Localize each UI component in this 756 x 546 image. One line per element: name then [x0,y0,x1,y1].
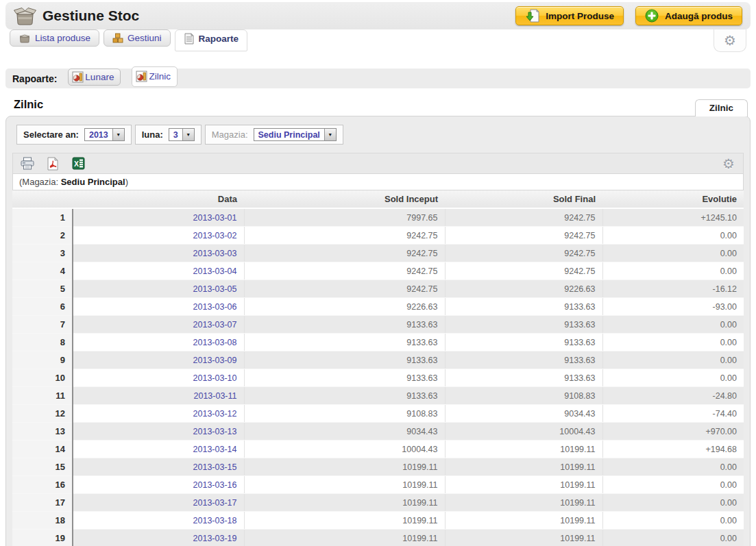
sold-final-cell: 9133.63 [445,369,602,387]
sold-inceput-cell: 9133.63 [244,387,445,405]
table-caption: (Magazia: Sediu Principal) [12,173,744,190]
evolutie-cell: 0.00 [602,245,744,262]
evolutie-cell: 0.00 [602,369,744,387]
daily-report-table: Data Sold Inceput Sold Final Evolutie 12… [12,190,744,546]
sold-final-cell: 10199.11 [445,440,602,458]
table-settings-gear[interactable]: ⚙ [720,156,737,171]
date-cell: 2013-03-14 [73,440,244,458]
sold-inceput-cell: 10199.11 [244,458,445,476]
col-header-empty [12,190,73,208]
sold-inceput-cell: 7997.65 [244,208,445,227]
row-number: 6 [12,298,73,316]
page: Gestiune Stoc Import Produse [0,0,756,546]
sold-final-cell: 9242.75 [445,245,602,262]
pdf-icon[interactable] [45,156,61,171]
date-cell: 2013-03-07 [73,316,244,334]
tab-label: Gestiuni [127,33,162,43]
import-produse-button[interactable]: Import Produse [515,6,624,25]
sold-inceput-cell: 10199.11 [244,476,445,494]
sold-inceput-cell: 9108.83 [244,405,445,423]
date-link[interactable]: 2013-03-14 [193,445,237,454]
filter-month: luna: 3 ▼ [135,125,202,145]
section-title: Zilnic [14,98,43,111]
table-row: 62013-03-069226.639133.63-93.00 [12,298,744,316]
sold-inceput-cell: 10199.11 [244,530,445,546]
main-tabs: Lista produse Gestiuni [5,29,751,55]
year-select[interactable]: 2013 ▼ [84,128,125,141]
date-link[interactable]: 2013-03-13 [193,427,237,436]
table-row: 182013-03-1810199.1110199.110.00 [12,512,744,530]
sold-final-cell: 9108.83 [445,387,602,405]
evolutie-cell: 0.00 [602,262,744,280]
date-cell: 2013-03-10 [73,369,244,387]
date-link[interactable]: 2013-03-02 [193,231,237,240]
table-row: 152013-03-1510199.1110199.110.00 [12,458,744,476]
date-link[interactable]: 2013-03-03 [193,249,237,258]
tab-rapoarte[interactable]: Rapoarte [175,29,248,51]
date-link[interactable]: 2013-03-08 [193,338,237,347]
evolutie-cell: +970.00 [602,423,744,440]
evolutie-cell: -24.80 [602,387,744,405]
app-header: Gestiune Stoc Import Produse [5,2,751,29]
date-cell: 2013-03-15 [73,458,244,476]
date-cell: 2013-03-08 [73,334,244,351]
date-link[interactable]: 2013-03-10 [193,373,237,383]
box-icon [19,33,31,43]
date-cell: 2013-03-12 [73,405,244,423]
sold-final-cell: 10199.11 [445,494,602,512]
sold-final-cell: 10199.11 [445,458,602,476]
col-header-sold-final: Sold Final [445,190,602,208]
subtab-zilnic[interactable]: Zilnic [132,66,178,87]
store-select-value: Sediu Principal [254,129,324,140]
date-link[interactable]: 2013-03-01 [193,213,237,223]
date-link[interactable]: 2013-03-12 [193,409,237,419]
chart-report-icon [72,71,84,83]
svg-text:X: X [74,160,79,168]
adauga-produs-button[interactable]: Adaugă produs [635,6,742,25]
zilnic-corner-tab[interactable]: Zilnic [695,99,748,116]
header-buttons: Import Produse Adaugă produs [515,6,742,25]
excel-icon[interactable]: X [70,156,86,171]
table-row: 172013-03-1710199.1110199.110.00 [12,494,744,512]
settings-tab[interactable]: ⚙ [714,29,746,52]
sold-inceput-cell: 10199.11 [244,494,445,512]
import-produse-label: Import Produse [546,11,614,21]
evolutie-cell: -74.40 [602,405,744,423]
tab-lista-produse[interactable]: Lista produse [10,29,99,47]
date-link[interactable]: 2013-03-09 [193,356,237,365]
year-select-value: 2013 [85,129,112,140]
date-link[interactable]: 2013-03-07 [193,320,237,330]
report-icon [184,33,195,45]
chevron-down-icon: ▼ [182,129,194,140]
date-link[interactable]: 2013-03-15 [193,462,237,472]
date-link[interactable]: 2013-03-16 [193,480,237,490]
sold-final-cell: 10199.11 [445,476,602,494]
date-link[interactable]: 2013-03-05 [193,284,237,294]
table-row: 132013-03-139034.4310004.43+970.00 [12,423,744,440]
sold-inceput-cell: 9242.75 [244,245,445,262]
subtab-lunare[interactable]: Lunare [68,69,121,86]
date-link[interactable]: 2013-03-18 [193,516,237,525]
date-cell: 2013-03-04 [73,262,244,280]
row-number: 8 [12,334,73,351]
date-link[interactable]: 2013-03-19 [193,534,237,543]
page-title: Gestiune Stoc [42,8,139,24]
store-select[interactable]: Sediu Principal ▼ [254,128,337,141]
date-cell: 2013-03-18 [73,512,244,530]
tab-gestiuni[interactable]: Gestiuni [103,29,171,47]
date-link[interactable]: 2013-03-06 [193,302,237,312]
date-link[interactable]: 2013-03-17 [193,498,237,508]
print-icon[interactable] [19,156,36,171]
evolutie-cell: 0.00 [602,512,744,530]
date-link[interactable]: 2013-03-11 [193,391,236,401]
row-number: 13 [12,423,73,440]
table-row: 52013-03-059242.759226.63-16.12 [12,280,744,298]
filter-store-label: Magazia: [212,129,248,140]
sold-final-cell: 9242.75 [445,208,602,227]
subtab-label: Zilnic [149,71,171,82]
month-select[interactable]: 3 ▼ [169,128,195,141]
evolutie-cell: +1245.10 [602,208,744,227]
date-link[interactable]: 2013-03-04 [193,266,237,276]
col-header-evolutie: Evolutie [602,190,744,208]
row-number: 18 [12,512,73,530]
